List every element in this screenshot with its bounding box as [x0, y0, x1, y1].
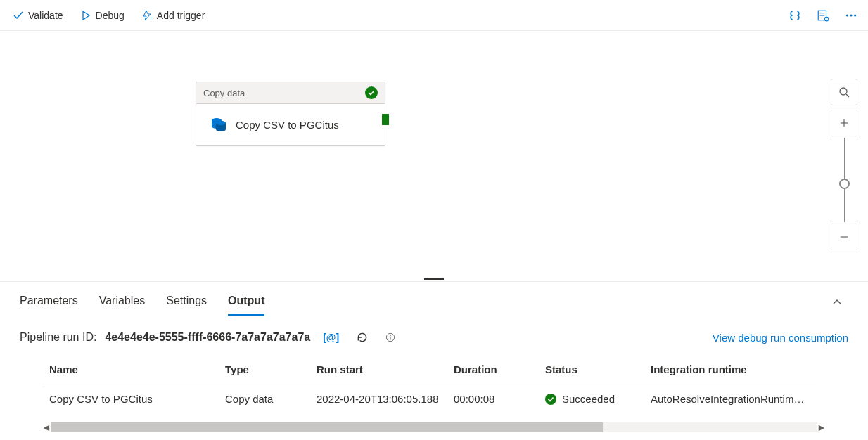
activity-name: Copy CSV to PGCitus — [236, 119, 339, 131]
scroll-thumb[interactable] — [51, 422, 603, 432]
trigger-icon: + — [141, 10, 153, 21]
scroll-left-icon[interactable]: ◄ — [42, 423, 51, 432]
zoom-out-button[interactable] — [831, 224, 857, 250]
svg-line-12 — [846, 94, 849, 97]
col-name[interactable]: Name — [42, 355, 218, 384]
success-icon — [545, 394, 556, 405]
status-text: Succeeded — [562, 393, 615, 405]
add-trigger-button[interactable]: + Add trigger — [134, 6, 212, 25]
col-run-start[interactable]: Run start — [309, 355, 447, 384]
success-icon — [365, 86, 378, 99]
toolbar-left: Validate Debug + Add trigger — [6, 6, 212, 25]
more-icon[interactable] — [840, 4, 862, 27]
validate-button[interactable]: Validate — [6, 6, 70, 25]
cell-integration-runtime: AutoResolveIntegrationRuntime (East US) — [644, 384, 816, 414]
canvas-search-button[interactable] — [831, 79, 857, 105]
col-integration-runtime[interactable]: Integration runtime — [644, 355, 816, 384]
refresh-icon[interactable] — [352, 331, 373, 344]
activity-type-label: Copy data — [203, 88, 245, 98]
toolbar-right — [784, 4, 862, 27]
properties-icon[interactable] — [812, 4, 834, 27]
zoom-in-button[interactable] — [831, 110, 857, 136]
pipeline-canvas[interactable]: Copy data Copy CSV to PGCitus — [0, 31, 868, 277]
activity-body: Copy CSV to PGCitus — [196, 104, 385, 145]
svg-text:+: + — [149, 15, 153, 21]
cell-name: Copy CSV to PGCitus — [42, 384, 218, 414]
check-icon — [13, 10, 24, 21]
bottom-tabs: Parameters Variables Settings Output — [0, 281, 868, 316]
view-consumption-link[interactable]: View debug run consumption — [713, 332, 848, 344]
play-icon — [80, 10, 91, 21]
copy-run-id-button[interactable]: [@] — [319, 332, 343, 343]
cell-type: Copy data — [218, 384, 309, 414]
scroll-track[interactable] — [51, 422, 817, 432]
col-status[interactable]: Status — [538, 355, 644, 384]
pipeline-run-id-label: Pipeline run ID: — [20, 331, 96, 344]
tab-variables[interactable]: Variables — [99, 290, 146, 316]
pipeline-run-row: Pipeline run ID: 4e4e4e4e-5555-ffff-6666… — [0, 316, 868, 355]
horizontal-scrollbar[interactable]: ◄ ► — [42, 422, 826, 433]
svg-point-11 — [840, 88, 847, 95]
svg-point-10 — [216, 121, 226, 125]
svg-point-17 — [390, 335, 391, 337]
zoom-slider[interactable] — [844, 138, 845, 222]
cell-run-start: 2022-04-20T13:06:05.188 — [309, 384, 447, 414]
debug-label: Debug — [96, 10, 125, 21]
svg-point-6 — [850, 14, 852, 16]
col-type[interactable]: Type — [218, 355, 309, 384]
cell-status: Succeeded — [538, 384, 644, 414]
col-duration[interactable]: Duration — [447, 355, 538, 384]
table-row[interactable]: Copy CSV to PGCitus Copy data 2022-04-20… — [42, 384, 816, 414]
info-icon[interactable] — [381, 332, 400, 342]
svg-point-7 — [854, 14, 856, 16]
output-grid: Name Type Run start Duration Status Inte… — [0, 355, 868, 422]
code-icon[interactable] — [784, 4, 806, 27]
copy-data-activity[interactable]: Copy data Copy CSV to PGCitus — [196, 82, 385, 146]
activity-connector[interactable] — [382, 114, 389, 125]
cell-duration: 00:00:08 — [447, 384, 538, 414]
tab-settings[interactable]: Settings — [166, 290, 207, 316]
validate-label: Validate — [28, 10, 63, 21]
collapse-panel-button[interactable] — [826, 291, 848, 316]
zoom-thumb[interactable] — [839, 179, 850, 189]
database-icon — [209, 114, 229, 136]
pipeline-run-id-value: 4e4e4e4e-5555-ffff-6666-7a7a7a7a7a7a — [105, 331, 310, 344]
tab-parameters[interactable]: Parameters — [20, 290, 78, 316]
activity-header: Copy data — [196, 82, 385, 104]
debug-button[interactable]: Debug — [73, 6, 132, 25]
toolbar: Validate Debug + Add trigger — [0, 0, 868, 31]
scroll-right-icon[interactable]: ► — [817, 423, 826, 432]
svg-point-5 — [846, 14, 848, 16]
add-trigger-label: Add trigger — [157, 10, 205, 21]
table-header-row: Name Type Run start Duration Status Inte… — [42, 355, 816, 384]
tab-output[interactable]: Output — [228, 290, 264, 316]
zoom-panel — [830, 79, 858, 250]
